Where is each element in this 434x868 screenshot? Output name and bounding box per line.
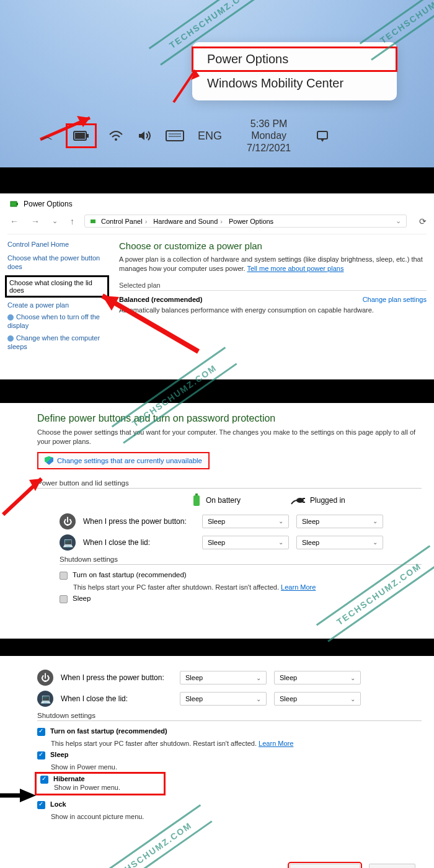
tray-expand-icon[interactable]: ︿ xyxy=(40,128,54,144)
dd-value: Sleep xyxy=(208,518,225,525)
lid-battery-dropdown[interactable]: Sleep⌄ xyxy=(202,536,289,549)
section-shutdown: Shutdown settings xyxy=(60,556,422,565)
text: This helps start your PC faster after sh… xyxy=(51,740,257,747)
sleep-checkbox[interactable]: Sleep xyxy=(60,595,422,603)
hibernate-sub: Show in Power menu. xyxy=(54,784,120,791)
link-label: Choose when to turn off the display xyxy=(7,313,100,329)
window-title: Power Options xyxy=(24,200,73,208)
lid-plugged-dropdown[interactable]: Sleep⌄ xyxy=(274,692,361,706)
chevron-down-icon[interactable]: ⌄ xyxy=(396,217,401,225)
recent-dropdown[interactable]: ⌄ xyxy=(50,217,60,225)
checkbox-icon xyxy=(60,572,68,580)
forward-button[interactable]: → xyxy=(29,216,42,226)
cancel-button[interactable]: Cancel xyxy=(369,864,415,868)
save-changes-button[interactable]: Save changes xyxy=(290,864,360,868)
dd-value: Sleep xyxy=(280,695,297,702)
checkbox-icon xyxy=(37,751,45,760)
hibernate-checkbox[interactable]: Hibernate xyxy=(40,775,120,784)
crumb[interactable]: Power Options xyxy=(229,218,273,225)
menu-mobility-center[interactable]: Windows Mobility Center xyxy=(192,71,397,95)
laptop-icon: 💻 xyxy=(37,691,53,707)
sidebar-create-plan-link[interactable]: Create a power plan xyxy=(7,301,107,310)
chevron-down-icon: ⌄ xyxy=(350,675,355,681)
keyboard-icon[interactable] xyxy=(166,130,184,141)
fast-startup-checkbox[interactable]: Turn on fast startup (recommended) xyxy=(60,571,422,580)
volume-icon[interactable] xyxy=(137,130,152,142)
svg-marker-25 xyxy=(20,789,36,802)
fast-startup-desc: This helps start your PC faster after sh… xyxy=(51,740,422,747)
up-button[interactable]: ↑ xyxy=(68,216,77,226)
power-icon: ⏻ xyxy=(60,513,76,529)
refresh-button[interactable]: ⟳ xyxy=(419,216,427,226)
notification-icon[interactable] xyxy=(316,130,329,142)
sidebar-display-off-link[interactable]: Choose when to turn off the display xyxy=(7,313,107,330)
battery-icon[interactable] xyxy=(68,125,95,146)
chevron-down-icon: ⌄ xyxy=(373,539,378,546)
power-button-plugged-dropdown[interactable]: Sleep⌄ xyxy=(296,515,383,528)
power-button-battery-dropdown[interactable]: Sleep⌄ xyxy=(180,671,267,684)
sidebar-power-button-link[interactable]: Choose what the power button does xyxy=(7,254,107,272)
chevron-down-icon: ⌄ xyxy=(278,539,283,546)
dd-value: Sleep xyxy=(185,695,203,702)
svg-line-0 xyxy=(174,70,195,102)
checkbox-icon xyxy=(40,776,48,784)
label: On battery xyxy=(206,496,241,505)
learn-more-link[interactable]: Learn More xyxy=(259,740,293,747)
section-button-lid: Power button and lid settings xyxy=(37,479,422,489)
divider: TECHSCHUMZ.COM xyxy=(0,167,434,193)
system-tray: ︿ ENG 5:36 PM Monday 7/12/2021 xyxy=(40,109,434,162)
change-plan-settings-link[interactable]: Change plan settings xyxy=(363,296,427,303)
annotation-arrow xyxy=(167,65,205,108)
sidebar: Control Panel Home Choose what the power… xyxy=(7,241,107,355)
power-button-row: ⏻ When I press the power button: Sleep⌄ … xyxy=(37,513,422,529)
tell-me-more-link[interactable]: Tell me more about power plans xyxy=(247,265,343,272)
sleep-checkbox[interactable]: Sleep xyxy=(37,751,422,760)
battery-icon xyxy=(192,494,201,507)
label: Sleep xyxy=(73,595,91,602)
lock-checkbox[interactable]: Lock xyxy=(37,800,422,809)
shield-icon xyxy=(45,456,53,465)
battery-icon xyxy=(90,218,97,225)
checkbox-icon xyxy=(60,595,68,603)
wifi-icon[interactable] xyxy=(108,130,123,142)
row-label: When I press the power button: xyxy=(61,673,172,682)
plug-icon xyxy=(290,495,305,505)
power-options-window: Power Options ← → ⌄ ↑ Control Panel Hard… xyxy=(0,193,434,379)
power-icon: ⏻ xyxy=(37,670,53,686)
change-unavailable-settings-link[interactable]: Change settings that are currently unava… xyxy=(37,452,210,469)
checkbox-icon xyxy=(37,801,45,809)
power-button-plugged-dropdown[interactable]: Sleep⌄ xyxy=(274,671,361,684)
panel-taskbar-menu: TECHSCHUMZ.COM Power Options Windows Mob… xyxy=(0,0,434,167)
power-button-battery-dropdown[interactable]: Sleep⌄ xyxy=(202,515,289,528)
crumb[interactable]: Control Panel xyxy=(101,218,149,225)
svg-rect-12 xyxy=(11,202,17,206)
fast-startup-desc: This helps start your PC faster after sh… xyxy=(73,583,422,591)
crumb[interactable]: Hardware and Sound xyxy=(153,218,225,225)
power-button-row: ⏻ When I press the power button: Sleep⌄ … xyxy=(37,670,422,686)
system-settings-window: TECHSCHUMZ.COM TECHSCHUMZ.COM Define pow… xyxy=(0,403,434,639)
section-shutdown: Shutdown settings xyxy=(37,712,422,721)
tray-clock[interactable]: 5:36 PM Monday 7/12/2021 xyxy=(247,118,291,154)
fast-startup-checkbox[interactable]: Turn on fast startup (recommended) xyxy=(37,727,422,736)
row-label: When I close the lid: xyxy=(61,694,172,703)
page-description: A power plan is a collection of hardware… xyxy=(119,255,427,274)
lid-battery-dropdown[interactable]: Sleep⌄ xyxy=(180,692,267,706)
tray-lang[interactable]: ENG xyxy=(198,130,222,143)
chevron-down-icon: ⌄ xyxy=(278,518,283,525)
sidebar-computer-sleeps-link[interactable]: Change when the computer sleeps xyxy=(7,334,107,352)
learn-more-link[interactable]: Learn More xyxy=(281,583,316,591)
back-button[interactable]: ← xyxy=(7,216,21,226)
svg-rect-11 xyxy=(317,131,327,139)
chevron-down-icon: ⌄ xyxy=(373,518,378,525)
control-panel-home-link[interactable]: Control Panel Home xyxy=(7,241,107,248)
tray-date: 7/12/2021 xyxy=(247,142,291,154)
menu-power-options[interactable]: Power Options xyxy=(192,47,397,71)
lock-sub: Show in account picture menu. xyxy=(51,813,422,820)
hibernate-highlight: Hibernate Show in Power menu. xyxy=(35,772,166,795)
lid-plugged-dropdown[interactable]: Sleep⌄ xyxy=(296,536,383,549)
dialog-buttons: Save changes Cancel xyxy=(37,864,422,868)
svg-rect-5 xyxy=(75,133,85,139)
breadcrumb[interactable]: Control Panel Hardware and Sound Power O… xyxy=(84,215,407,228)
svg-point-7 xyxy=(115,138,117,141)
shutdown-options: Turn on fast startup (recommended) This … xyxy=(37,727,422,820)
